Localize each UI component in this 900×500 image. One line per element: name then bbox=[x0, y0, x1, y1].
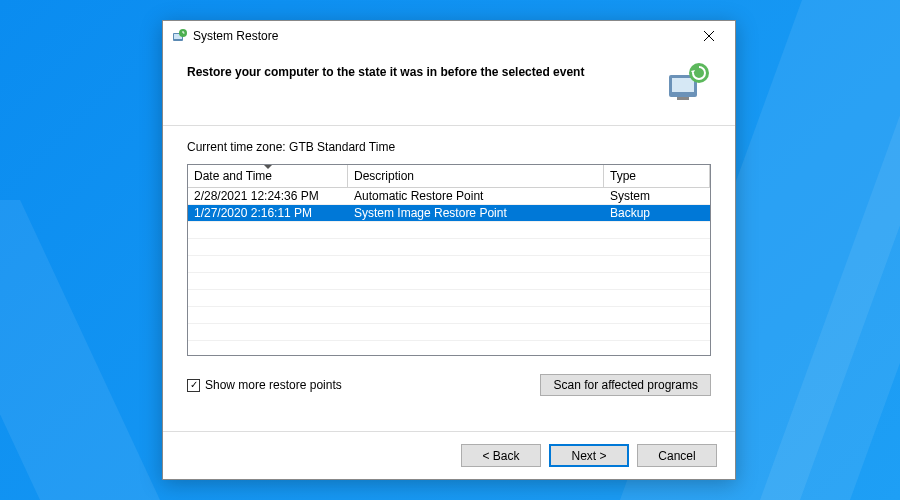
svg-rect-4 bbox=[672, 78, 694, 92]
svg-rect-5 bbox=[677, 97, 689, 100]
content-area: Current time zone: GTB Standard Time Dat… bbox=[163, 126, 735, 431]
header-instruction: Restore your computer to the state it wa… bbox=[187, 59, 663, 79]
header-section: Restore your computer to the state it wa… bbox=[163, 51, 735, 126]
cancel-button[interactable]: Cancel bbox=[637, 444, 717, 467]
sort-descending-icon bbox=[264, 165, 272, 169]
restore-large-icon bbox=[663, 59, 711, 107]
table-header: Date and Time Description Type bbox=[188, 165, 710, 188]
table-row-empty bbox=[188, 273, 710, 290]
restore-points-table: Date and Time Description Type 2/28/2021… bbox=[187, 164, 711, 356]
system-restore-icon bbox=[171, 28, 187, 44]
column-header-date[interactable]: Date and Time bbox=[188, 165, 348, 187]
show-more-label: Show more restore points bbox=[205, 378, 342, 392]
column-header-description[interactable]: Description bbox=[348, 165, 604, 187]
column-header-type[interactable]: Type bbox=[604, 165, 710, 187]
column-header-description-label: Description bbox=[354, 169, 414, 183]
table-row-empty bbox=[188, 324, 710, 341]
timezone-label: Current time zone: GTB Standard Time bbox=[187, 140, 711, 154]
wizard-footer: < Back Next > Cancel bbox=[163, 431, 735, 479]
table-row-empty bbox=[188, 290, 710, 307]
column-header-date-label: Date and Time bbox=[194, 169, 272, 183]
table-row-empty bbox=[188, 239, 710, 256]
scan-affected-programs-button[interactable]: Scan for affected programs bbox=[540, 374, 711, 396]
table-body: 2/28/2021 12:24:36 PM Automatic Restore … bbox=[188, 188, 710, 356]
back-button[interactable]: < Back bbox=[461, 444, 541, 467]
table-row-empty bbox=[188, 256, 710, 273]
cell-date: 1/27/2020 2:16:11 PM bbox=[188, 205, 348, 221]
table-row[interactable]: 1/27/2020 2:16:11 PM System Image Restor… bbox=[188, 205, 710, 222]
below-table-row: ✓ Show more restore points Scan for affe… bbox=[187, 374, 711, 396]
show-more-checkbox[interactable]: ✓ Show more restore points bbox=[187, 378, 342, 392]
next-button[interactable]: Next > bbox=[549, 444, 629, 467]
cell-type: System bbox=[604, 188, 710, 204]
table-row[interactable]: 2/28/2021 12:24:36 PM Automatic Restore … bbox=[188, 188, 710, 205]
titlebar: System Restore bbox=[163, 21, 735, 51]
table-row-empty bbox=[188, 307, 710, 324]
column-header-type-label: Type bbox=[610, 169, 636, 183]
cell-description: Automatic Restore Point bbox=[348, 188, 604, 204]
cell-date: 2/28/2021 12:24:36 PM bbox=[188, 188, 348, 204]
cell-description: System Image Restore Point bbox=[348, 205, 604, 221]
table-row-empty bbox=[188, 222, 710, 239]
system-restore-dialog: System Restore Restore your computer to … bbox=[162, 20, 736, 480]
checkbox-icon: ✓ bbox=[187, 379, 200, 392]
close-icon bbox=[704, 31, 714, 41]
cell-type: Backup bbox=[604, 205, 710, 221]
window-title: System Restore bbox=[193, 29, 689, 43]
close-button[interactable] bbox=[689, 22, 729, 50]
